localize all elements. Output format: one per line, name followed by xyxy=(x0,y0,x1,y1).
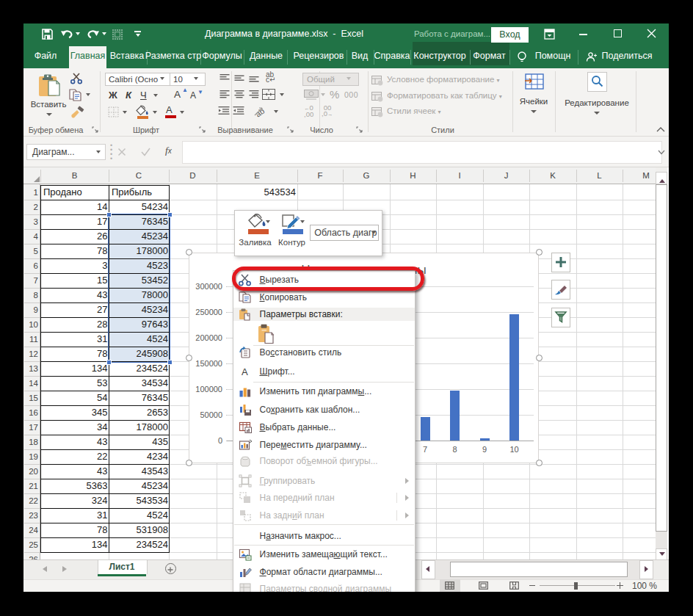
svg-text:А: А xyxy=(242,366,248,377)
